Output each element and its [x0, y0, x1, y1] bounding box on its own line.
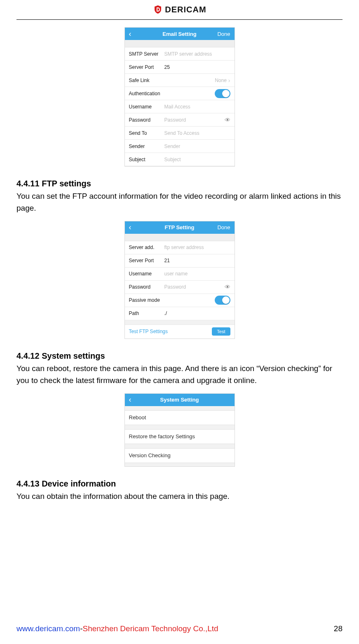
username-row[interactable]: Username Mail Access — [125, 100, 235, 113]
ftp-password-label: Password — [129, 284, 164, 290]
ftp-heading: 4.4.11 FTP settings — [16, 179, 343, 188]
ftp-username-label: Username — [129, 271, 164, 277]
shield-d-icon — [153, 4, 163, 15]
email-titlebar: ‹ Email Setting Done — [125, 28, 235, 40]
system-body: You can reboot, restore the camera in th… — [16, 362, 343, 387]
spacer — [125, 234, 235, 241]
safe-link-row[interactable]: Safe Link None › — [125, 74, 235, 87]
ftp-path-row[interactable]: Path ./ — [125, 307, 235, 320]
system-setting-screenshot: ‹ System Setting Reboot Restore the fact… — [124, 393, 235, 467]
safe-link-label: Safe Link — [129, 78, 164, 83]
ftp-passive-label: Passive mode — [129, 297, 170, 303]
send-to-placeholder: Send To Access — [164, 130, 230, 136]
sender-row[interactable]: Sender Sender — [125, 140, 235, 153]
version-label: Version Checking — [129, 452, 171, 458]
back-icon[interactable]: ‹ — [129, 395, 131, 404]
eye-icon[interactable]: 👁 — [225, 284, 230, 290]
system-heading: 4.4.12 System settings — [16, 351, 343, 361]
ftp-port-row[interactable]: Server Port 21 — [125, 254, 235, 268]
page-footer: www.dericam.com-Shenzhen Dericam Technol… — [16, 624, 343, 633]
page-number: 28 — [334, 624, 343, 633]
send-to-label: Send To — [129, 130, 164, 136]
smtp-server-placeholder: SMTP server address — [164, 51, 230, 57]
done-button[interactable]: Done — [217, 224, 230, 230]
ftp-setting-screenshot: ‹ FTP Setting Done Server add. ftp serve… — [124, 221, 235, 339]
ftp-test-label: Test FTP Settings — [129, 329, 168, 334]
reboot-row[interactable]: Reboot — [125, 410, 235, 425]
ftp-username-placeholder: user name — [164, 271, 230, 277]
ftp-passive-row[interactable]: Passive mode — [125, 294, 235, 307]
restore-label: Restore the factory Settings — [129, 433, 195, 440]
system-title: System Setting — [125, 397, 235, 403]
ftp-server-row[interactable]: Server add. ftp server address — [125, 241, 235, 254]
ftp-username-row[interactable]: Username user name — [125, 268, 235, 281]
footer-url: www.dericam.com — [16, 624, 80, 633]
ftp-test-button[interactable]: Test — [212, 327, 230, 336]
back-icon[interactable]: ‹ — [129, 30, 131, 38]
safe-link-value: None — [215, 78, 227, 83]
email-setting-screenshot: ‹ Email Setting Done SMTP Server SMTP se… — [124, 27, 235, 167]
ftp-password-placeholder: Password — [164, 284, 225, 290]
ftp-titlebar: ‹ FTP Setting Done — [125, 221, 235, 234]
server-port-value: 25 — [164, 64, 230, 70]
brand-name: DERICAM — [165, 5, 206, 14]
smtp-server-row[interactable]: SMTP Server SMTP server address — [125, 47, 235, 61]
page-header: DERICAM — [16, 4, 343, 20]
authentication-row[interactable]: Authentication — [125, 87, 235, 100]
ftp-path-value: ./ — [164, 310, 230, 316]
server-port-row[interactable]: Server Port 25 — [125, 61, 235, 74]
ftp-port-value: 21 — [164, 258, 230, 263]
system-titlebar: ‹ System Setting — [125, 394, 235, 406]
device-info-body: You can obtain the information about the… — [16, 490, 343, 502]
ftp-password-row[interactable]: Password Password 👁 — [125, 281, 235, 294]
ftp-server-placeholder: ftp server address — [164, 244, 230, 250]
passive-toggle[interactable] — [215, 296, 230, 305]
done-button[interactable]: Done — [217, 31, 230, 37]
footer-company: Shenzhen Dericam Technology Co.,Ltd — [82, 624, 218, 633]
device-info-heading: 4.4.13 Device information — [16, 479, 343, 489]
sender-label: Sender — [129, 143, 164, 149]
send-to-row[interactable]: Send To Send To Access — [125, 127, 235, 140]
smtp-server-label: SMTP Server — [129, 51, 164, 57]
password-label: Password — [129, 117, 164, 123]
username-placeholder: Mail Access — [164, 104, 230, 110]
reboot-label: Reboot — [129, 414, 146, 421]
authentication-label: Authentication — [129, 91, 164, 96]
password-placeholder: Password — [164, 117, 225, 123]
back-icon[interactable]: ‹ — [129, 223, 131, 232]
username-label: Username — [129, 104, 164, 110]
brand-logo: DERICAM — [153, 4, 206, 15]
chevron-right-icon: › — [228, 77, 230, 84]
subject-label: Subject — [129, 157, 164, 162]
restore-row[interactable]: Restore the factory Settings — [125, 429, 235, 444]
sender-placeholder: Sender — [164, 143, 230, 149]
server-port-label: Server Port — [129, 64, 164, 70]
subject-row[interactable]: Subject Subject — [125, 153, 235, 166]
authentication-toggle[interactable] — [215, 89, 230, 98]
ftp-test-row: Test FTP Settings Test — [125, 324, 235, 338]
ftp-server-label: Server add. — [129, 244, 164, 250]
spacer — [125, 40, 235, 47]
subject-placeholder: Subject — [164, 157, 230, 162]
ftp-port-label: Server Port — [129, 258, 164, 263]
ftp-body: You can set the FTP account information … — [16, 190, 343, 214]
password-row[interactable]: Password Password 👁 — [125, 113, 235, 127]
eye-icon[interactable]: 👁 — [225, 117, 230, 123]
ftp-path-label: Path — [129, 310, 164, 316]
version-row[interactable]: Version Checking — [125, 448, 235, 463]
